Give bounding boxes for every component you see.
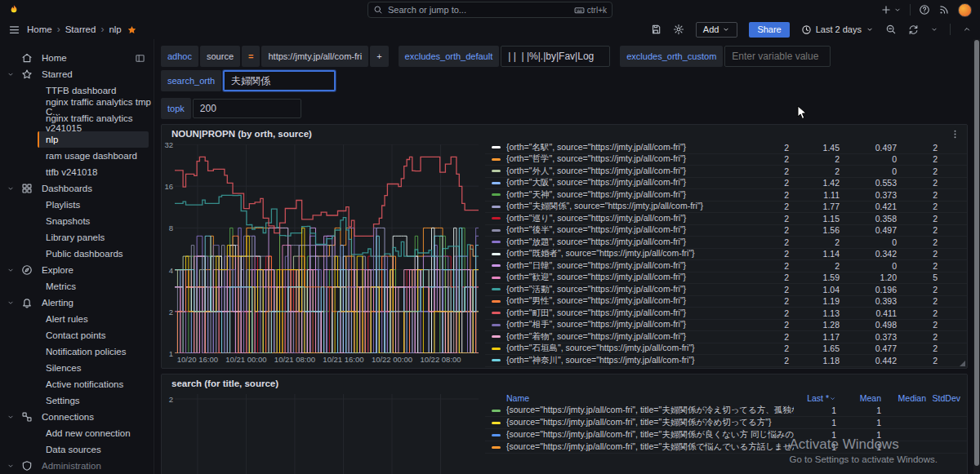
chevron-down-icon[interactable] [7,70,16,78]
legend-row[interactable]: {orth="活動", source="https://jmty.jp/all/… [485,284,967,296]
legend-label[interactable]: {source="https://jmty.jp/all/com-fri", t… [503,405,794,416]
chevron-down-icon[interactable] [7,266,16,274]
legend-row[interactable]: {orth="夫婦関係", source="https://jmty.jp/al… [485,202,967,214]
plot-area[interactable] [175,144,479,357]
legend-label[interactable]: {source="https://jmty.jp/all/com-fri", t… [503,417,794,428]
news-button[interactable] [938,4,950,16]
favorite-star-icon[interactable] [127,24,137,35]
sidebar-item-nginx-traffic-analytics-tmp-c[interactable]: nginx traffic analytics tmp C... [0,99,154,115]
chevron-down-icon[interactable] [7,299,16,307]
adhoc-operator-chip[interactable]: = [242,46,260,67]
refresh-button[interactable] [908,24,919,35]
sidebar-item-metrics[interactable]: Metrics [0,278,154,295]
dashboard-settings-button[interactable] [673,24,684,35]
legend-row[interactable]: {orth="神奈川", source="https://jmty.jp/all… [485,355,967,367]
legend-label[interactable]: {orth="男性", source="https://jmty.jp/all/… [503,295,752,307]
sidebar-item-notification-policies[interactable]: Notification policies [0,343,154,360]
legend-label[interactable]: {orth="外人", source="https://jmty.jp/all/… [503,166,752,177]
legend-label[interactable]: {orth="既婚者", source="https://jmty.jp/all… [503,248,752,259]
sidebar-item-alerting[interactable]: Alerting [0,295,154,311]
sidebar-item-data-sources[interactable]: Data sources [0,441,154,458]
add-panel-button[interactable]: Add [696,22,738,38]
sidebar-item-nlp[interactable]: nlp [38,131,149,148]
topk-input[interactable] [193,99,301,118]
zoom-out-time-button[interactable] [885,24,897,35]
legend-label[interactable]: {orth="歓迎", source="https://jmty.jp/all/… [503,272,752,283]
legend-row[interactable]: {orth="巡り", source="https://jmty.jp/all/… [485,213,967,225]
sidebar-item-snapshots[interactable]: Snapshots [0,213,154,229]
refresh-interval-button[interactable] [930,25,938,33]
legend-label[interactable]: {orth="日韓", source="https://jmty.jp/all/… [503,260,752,272]
legend-label[interactable]: {orth="名駅", source="https://jmty.jp/all/… [503,142,752,153]
legend-label[interactable]: {orth="哲学", source="https://jmty.jp/all/… [503,153,752,165]
user-avatar[interactable] [958,3,972,17]
save-dashboard-button[interactable] [650,24,662,35]
legend-row[interactable]: {orth="町田", source="https://jmty.jp/all/… [485,308,967,320]
legend-row[interactable]: {orth="既婚者", source="https://jmty.jp/all… [485,249,967,261]
legend-label[interactable]: {orth="町田", source="https://jmty.jp/all/… [503,308,752,319]
legend-label[interactable]: {orth="後半", source="https://jmty.jp/all/… [503,224,752,236]
legend-label[interactable]: {source="https://jmty.jp/all/com-fri", t… [503,429,794,441]
sidebar-item-explore[interactable]: Explore [0,262,154,278]
page-scrollbar[interactable] [973,39,980,474]
legend-row[interactable]: {source="https://jmty.jp/all/com-fri", t… [485,441,967,454]
legend-label[interactable]: {source="https://jmty.jp/all/com-fri", t… [503,441,794,453]
legend-row[interactable]: {orth="天神", source="https://jmty.jp/all/… [485,189,967,202]
legend-header-name[interactable]: Name [503,393,794,403]
legend-row[interactable]: {orth="男性", source="https://jmty.jp/all/… [485,296,967,308]
sidebar-item-playlists[interactable]: Playlists [0,197,154,213]
sidebar-item-home[interactable]: Home [0,50,154,66]
chevron-down-icon[interactable] [7,184,16,193]
timeseries-chart[interactable]: 32168421 10/20 16:0010/21 00:0010/21 08:… [162,141,485,368]
legend-row[interactable]: {orth="名駅", source="https://jmty.jp/all/… [485,142,967,154]
legend-row[interactable]: {orth="哲学", source="https://jmty.jp/all/… [485,154,967,166]
legend-header-median[interactable]: Median [881,393,926,403]
timeseries-chart[interactable]: 21 [162,391,485,474]
legend-label[interactable]: {orth="相手", source="https://jmty.jp/all/… [503,319,752,330]
sidebar-item-contact-points[interactable]: Contact points [0,327,154,343]
legend-row[interactable]: {orth="日韓", source="https://jmty.jp/all/… [485,260,967,272]
collapse-controls-button[interactable] [962,24,972,34]
legend-label[interactable]: {orth="天神", source="https://jmty.jp/all/… [503,189,752,201]
legend-label[interactable]: {orth="石垣島", source="https://jmty.jp/all… [503,343,752,354]
legend-row[interactable]: {orth="石垣島", source="https://jmty.jp/all… [485,343,967,356]
legend-label[interactable]: {orth="活動", source="https://jmty.jp/all/… [503,284,752,295]
sidebar-item-ttfb-v241018[interactable]: ttfb v241018 [0,164,154,180]
dock-icon[interactable] [135,53,145,64]
sidebar-item-dashboards[interactable]: Dashboards [0,180,154,197]
adhoc-value-chip[interactable]: https://jmty.jp/all/com-fri [261,46,368,67]
sidebar-item-active-notifications[interactable]: Active notifications [0,376,154,392]
legend-header-mean[interactable]: Mean [836,393,881,403]
search-orth-input[interactable] [223,70,336,91]
help-button[interactable] [919,4,930,16]
legend-label[interactable]: {orth="夫婦関係", source="https://jmty.jp/al… [503,201,752,212]
legend-row[interactable]: {source="https://jmty.jp/all/com-fri", t… [485,417,967,429]
legend-row[interactable]: {source="https://jmty.jp/all/com-fri", t… [485,429,967,441]
legend-row[interactable]: {source="https://jmty.jp/all/com-fri", t… [485,405,967,417]
sidebar-item-alert-rules[interactable]: Alert rules [0,311,154,327]
breadcrumb-home[interactable]: Home [27,24,52,34]
legend-row[interactable]: {orth="放題", source="https://jmty.jp/all/… [485,237,967,249]
share-button[interactable]: Share [749,22,789,38]
legend-row[interactable]: {orth="相手", source="https://jmty.jp/all/… [485,320,967,332]
panel-resize-handle[interactable] [960,361,965,366]
panel-title[interactable]: NOUN|PROPN (by orth, source) [172,129,312,139]
sidebar-item-ttfb-dashboard[interactable]: TTFB dashboard [0,82,154,99]
sidebar-item-library-panels[interactable]: Library panels [0,229,154,246]
sidebar-item-administration[interactable]: Administration [0,458,154,474]
chevron-down-icon[interactable] [7,462,16,470]
time-range-picker[interactable]: Last 2 days [801,24,874,35]
legend-row[interactable]: {orth="後半", source="https://jmty.jp/all/… [485,225,967,237]
legend-label[interactable]: {orth="巡り", source="https://jmty.jp/all/… [503,213,752,224]
sidebar-item-connections[interactable]: Connections [0,409,154,425]
sidebar-item-nginx-traffic-analytics-v241015[interactable]: nginx traffic analytics v241015 [0,115,154,131]
legend-row[interactable]: {orth="着物", source="https://jmty.jp/all/… [485,331,967,343]
sidebar-item-ram-usage-dashboard[interactable]: ram usage dashboard [0,148,154,164]
legend-label[interactable]: {orth="着物", source="https://jmty.jp/all/… [503,331,752,343]
legend-label[interactable]: {orth="放題", source="https://jmty.jp/all/… [503,237,752,248]
legend-label[interactable]: {orth="神奈川", source="https://jmty.jp/all… [503,355,752,366]
breadcrumb-starred[interactable]: Starred [65,24,96,34]
legend-header-last[interactable]: Last * [794,393,836,403]
breadcrumb-current[interactable]: nlp [109,24,121,34]
excludes-orth-default-input[interactable] [501,46,610,67]
